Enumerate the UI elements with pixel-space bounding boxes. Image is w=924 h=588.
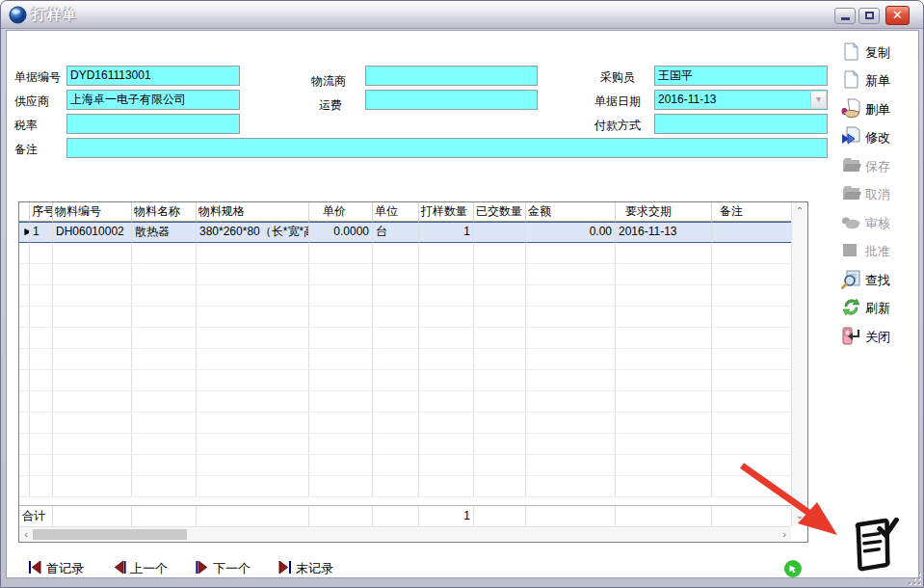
vertical-scrollbar[interactable]: ⌃ ⌄ xyxy=(791,202,807,526)
refresh-icon xyxy=(841,297,861,317)
col-seq[interactable]: 序号 xyxy=(30,202,53,222)
next-record-icon xyxy=(195,560,210,575)
audit-icon xyxy=(841,212,861,232)
col-note[interactable]: 备注 xyxy=(712,202,791,222)
title-bar: 打样单 ✕ xyxy=(1,1,923,29)
chevron-down-icon[interactable]: ▾ xyxy=(810,92,826,108)
doc-no-field[interactable]: DYD161113001 xyxy=(66,66,240,86)
audit-button[interactable]: 审核 xyxy=(841,212,920,233)
previous-record-icon xyxy=(112,560,127,575)
copy-button[interactable]: 复制 xyxy=(841,41,920,63)
window-title: 打样单 xyxy=(32,7,78,24)
col-qty[interactable]: 打样数量 xyxy=(419,202,474,222)
green-edit-badge-icon[interactable] xyxy=(783,559,803,578)
cell-delivered xyxy=(474,222,526,243)
cell-unit: 台 xyxy=(373,222,419,243)
scroll-right-icon[interactable]: › xyxy=(778,527,791,542)
cell-spec: 380*260*80（长*宽*高） xyxy=(197,222,309,243)
col-amount[interactable]: 金额 xyxy=(526,202,616,222)
app-window: 打样单 ✕ 单据编号 供应商 税率 备注 物流商 运费 采购员 单据日期 付款方… xyxy=(0,0,924,588)
modify-button[interactable]: 修改 xyxy=(841,126,920,147)
table-viewport: 序号 物料编号 物料名称 物料规格 单价 单位 打样数量 已交数量 金额 要求交… xyxy=(19,202,791,526)
table-row-empty[interactable] xyxy=(19,328,791,349)
doc-no-label: 单据编号 xyxy=(14,69,61,86)
items-table: 序号 物料编号 物料名称 物料规格 单价 单位 打样数量 已交数量 金额 要求交… xyxy=(18,201,808,543)
record-navigation: 首记录 上一个 下一个 末记录 xyxy=(1,558,830,581)
new-doc-button[interactable]: 新单 xyxy=(841,69,920,91)
col-price[interactable]: 单价 xyxy=(309,202,373,222)
purchaser-field[interactable]: 王国平 xyxy=(654,66,828,86)
delete-icon xyxy=(841,98,861,119)
table-row-empty[interactable] xyxy=(19,243,791,264)
payment-label: 付款方式 xyxy=(594,118,641,134)
refresh-button[interactable]: 刷新 xyxy=(841,297,920,318)
table-header: 序号 物料编号 物料名称 物料规格 单价 单位 打样数量 已交数量 金额 要求交… xyxy=(19,202,791,222)
col-name[interactable]: 物料名称 xyxy=(132,202,197,222)
total-label: 合计 xyxy=(19,506,53,526)
freight-label: 运费 xyxy=(319,97,342,114)
close-form-icon xyxy=(841,326,861,346)
doc-date-label: 单据日期 xyxy=(594,94,641,110)
scroll-left-icon[interactable]: ‹ xyxy=(19,527,33,542)
table-row-empty[interactable] xyxy=(19,455,791,476)
close-icon[interactable]: ✕ xyxy=(885,6,910,25)
cell-name: 散热器 xyxy=(132,222,197,243)
minimize-button[interactable] xyxy=(834,8,856,24)
col-unit[interactable]: 单位 xyxy=(373,202,419,222)
sketch-notepad-icon xyxy=(851,518,899,572)
copy-icon xyxy=(841,41,861,62)
supplier-field[interactable]: 上海卓一电子有限公司 xyxy=(66,90,240,110)
horizontal-scroll-thumb[interactable] xyxy=(33,529,187,540)
new-doc-icon xyxy=(841,69,861,90)
doc-date-value: 2016-11-13 xyxy=(658,93,717,106)
col-code[interactable]: 物料编号 xyxy=(53,202,132,222)
scroll-down-icon[interactable]: ⌄ xyxy=(792,509,807,524)
approve-icon xyxy=(841,240,861,260)
table-row-empty[interactable] xyxy=(19,349,791,370)
first-record-icon xyxy=(28,560,43,575)
total-sample-qty: 1 xyxy=(419,506,474,526)
cell-code: DH06010002 xyxy=(53,222,132,243)
remarks-label: 备注 xyxy=(14,142,38,158)
table-row-empty[interactable] xyxy=(19,285,791,307)
table-row-empty[interactable] xyxy=(19,413,791,434)
col-spec[interactable]: 物料规格 xyxy=(197,202,309,222)
supplier-label: 供应商 xyxy=(14,94,49,110)
scroll-up-icon[interactable]: ⌃ xyxy=(792,204,807,220)
save-icon xyxy=(841,155,861,175)
cell-due-date: 2016-11-13 xyxy=(616,222,712,243)
modify-icon xyxy=(841,126,861,147)
table-row-empty[interactable] xyxy=(19,307,791,328)
delete-doc-button[interactable]: 删单 xyxy=(841,98,920,120)
table-row-selected[interactable]: ► 1 DH06010002 散热器 380*260*80（长*宽*高） 0.0… xyxy=(19,222,791,243)
table-row-empty[interactable] xyxy=(19,370,791,391)
approve-button[interactable]: 批准 xyxy=(841,240,920,261)
logistics-field[interactable] xyxy=(365,66,538,86)
table-row-empty[interactable] xyxy=(19,476,791,497)
col-delivered[interactable]: 已交数量 xyxy=(474,202,526,222)
cell-amount: 0.00 xyxy=(526,222,616,243)
cancel-button[interactable]: 取消 xyxy=(841,183,920,204)
save-button[interactable]: 保存 xyxy=(841,155,920,176)
find-icon xyxy=(841,269,861,289)
remarks-field[interactable] xyxy=(66,138,828,158)
current-row-marker-icon: ► xyxy=(19,222,30,243)
app-globe-icon xyxy=(9,6,27,24)
col-due-date[interactable]: 要求交期 xyxy=(616,202,712,222)
find-button[interactable]: 查找 xyxy=(841,269,920,290)
payment-field[interactable] xyxy=(654,114,828,134)
horizontal-scrollbar[interactable]: ‹ › xyxy=(19,526,791,542)
close-form-button[interactable]: 关闭 xyxy=(841,326,920,347)
row-selector-header[interactable] xyxy=(19,202,30,222)
table-row-empty[interactable] xyxy=(19,434,791,455)
table-total-row: 合计 1 xyxy=(19,505,793,526)
maximize-button[interactable] xyxy=(858,8,880,24)
doc-date-field[interactable]: 2016-11-13 ▾ xyxy=(654,90,828,110)
resize-grip[interactable] xyxy=(907,571,920,584)
last-record-icon xyxy=(277,560,293,575)
table-row-empty[interactable] xyxy=(19,264,791,285)
freight-field[interactable] xyxy=(365,90,538,110)
cancel-icon xyxy=(841,183,861,203)
table-row-empty[interactable] xyxy=(19,391,791,413)
tax-rate-field[interactable] xyxy=(66,114,240,134)
